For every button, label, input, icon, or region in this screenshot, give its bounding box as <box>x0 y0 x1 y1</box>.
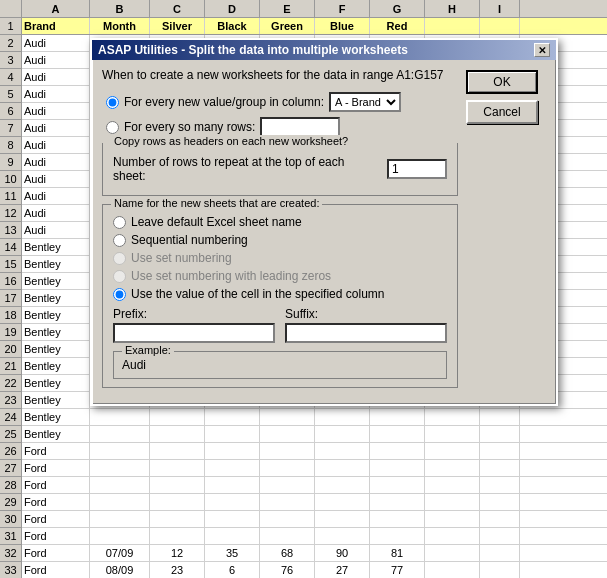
row-header-19: 19 <box>0 324 22 341</box>
cell-30-i <box>480 511 520 527</box>
cell-30-g <box>370 511 425 527</box>
col-header-a: A <box>22 0 90 17</box>
radio-cell-value-label: Use the value of the cell in the specifi… <box>131 287 384 301</box>
cell-33-g: 77 <box>370 562 425 578</box>
repeat-rows-input[interactable] <box>387 159 447 179</box>
radio-use-set-label: Use set numbering <box>131 251 232 265</box>
rows-input[interactable] <box>260 117 340 137</box>
cell-25-f <box>315 426 370 442</box>
col-header-f: F <box>315 0 370 17</box>
cell-16-a: Bentley <box>22 273 90 289</box>
row-header-10: 10 <box>0 171 22 188</box>
radio-sequential[interactable] <box>113 234 126 247</box>
cell-25-a: Bentley <box>22 426 90 442</box>
row-header-2: 2 <box>0 35 22 52</box>
cell-12-a: Audi <box>22 205 90 221</box>
cell-1-g: Red <box>370 18 425 34</box>
cell-10-a: Audi <box>22 171 90 187</box>
cell-30-f <box>315 511 370 527</box>
prefix-label: Prefix: <box>113 307 275 321</box>
row-header-15: 15 <box>0 256 22 273</box>
grid-row-33: Ford08/09236762777 <box>22 562 607 578</box>
row-header-11: 11 <box>0 188 22 205</box>
row-header-20: 20 <box>0 341 22 358</box>
cell-28-e <box>260 477 315 493</box>
ok-button[interactable]: OK <box>466 70 538 94</box>
cell-5-a: Audi <box>22 86 90 102</box>
cell-32-b: 07/09 <box>90 545 150 561</box>
cell-23-a: Bentley <box>22 392 90 408</box>
close-button[interactable]: ✕ <box>534 43 550 57</box>
name-section: Name for the new sheets that are created… <box>102 204 458 388</box>
cell-32-h <box>425 545 480 561</box>
cell-28-f <box>315 477 370 493</box>
cell-30-h <box>425 511 480 527</box>
cell-32-d: 35 <box>205 545 260 561</box>
cell-26-b <box>90 443 150 459</box>
col-header-e: E <box>260 0 315 17</box>
cell-28-g <box>370 477 425 493</box>
cell-1-e: Green <box>260 18 315 34</box>
row-header-31: 31 <box>0 528 22 545</box>
cell-29-b <box>90 494 150 510</box>
radio-default[interactable] <box>113 216 126 229</box>
row-header-30: 30 <box>0 511 22 528</box>
row-header-13: 13 <box>0 222 22 239</box>
row-header-8: 8 <box>0 137 22 154</box>
cell-27-d <box>205 460 260 476</box>
cell-32-i <box>480 545 520 561</box>
row-header-26: 26 <box>0 443 22 460</box>
row-header-9: 9 <box>0 154 22 171</box>
row-header-25: 25 <box>0 426 22 443</box>
cell-25-c <box>150 426 205 442</box>
col-header-c: C <box>150 0 205 17</box>
cell-32-c: 12 <box>150 545 205 561</box>
example-label: Example: <box>122 344 174 356</box>
row-header-3: 3 <box>0 52 22 69</box>
cell-26-f <box>315 443 370 459</box>
radio-sequential-row: Sequential numbering <box>113 233 447 247</box>
suffix-input[interactable] <box>285 323 447 343</box>
cell-30-a: Ford <box>22 511 90 527</box>
cancel-button[interactable]: Cancel <box>466 100 538 124</box>
cell-28-c <box>150 477 205 493</box>
suffix-group: Suffix: <box>285 307 447 343</box>
row-header-32: 32 <box>0 545 22 562</box>
row-headers: 1234567891011121314151617181920212223242… <box>0 18 22 578</box>
cell-19-a: Bentley <box>22 324 90 340</box>
radio-column[interactable] <box>106 96 119 109</box>
col-header-h: H <box>425 0 480 17</box>
cell-26-a: Ford <box>22 443 90 459</box>
cell-31-a: Ford <box>22 528 90 544</box>
name-section-label: Name for the new sheets that are created… <box>111 197 322 209</box>
cell-26-i <box>480 443 520 459</box>
prefix-input[interactable] <box>113 323 275 343</box>
row-header-12: 12 <box>0 205 22 222</box>
radio-rows[interactable] <box>106 121 119 134</box>
cell-25-e <box>260 426 315 442</box>
cell-8-a: Audi <box>22 137 90 153</box>
cell-3-a: Audi <box>22 52 90 68</box>
cell-31-c <box>150 528 205 544</box>
cell-6-a: Audi <box>22 103 90 119</box>
cell-24-f <box>315 409 370 425</box>
col-header-row: A B C D E F G H I <box>0 0 607 18</box>
cell-31-b <box>90 528 150 544</box>
radio-column-label: For every new value/group in column: <box>124 95 324 109</box>
cell-31-e <box>260 528 315 544</box>
cell-27-e <box>260 460 315 476</box>
radio-cell-value[interactable] <box>113 288 126 301</box>
row-header-17: 17 <box>0 290 22 307</box>
cell-32-a: Ford <box>22 545 90 561</box>
cell-33-e: 76 <box>260 562 315 578</box>
corner-cell <box>0 0 22 17</box>
radio-leading-zeros-row: Use set numbering with leading zeros <box>113 269 447 283</box>
radio-sequential-label: Sequential numbering <box>131 233 248 247</box>
cell-26-d <box>205 443 260 459</box>
cell-25-h <box>425 426 480 442</box>
cell-31-i <box>480 528 520 544</box>
cell-29-f <box>315 494 370 510</box>
cell-24-a: Bentley <box>22 409 90 425</box>
column-dropdown[interactable]: A - Brand B - Month C - Silver D - Black… <box>329 92 401 112</box>
cell-1-f: Blue <box>315 18 370 34</box>
